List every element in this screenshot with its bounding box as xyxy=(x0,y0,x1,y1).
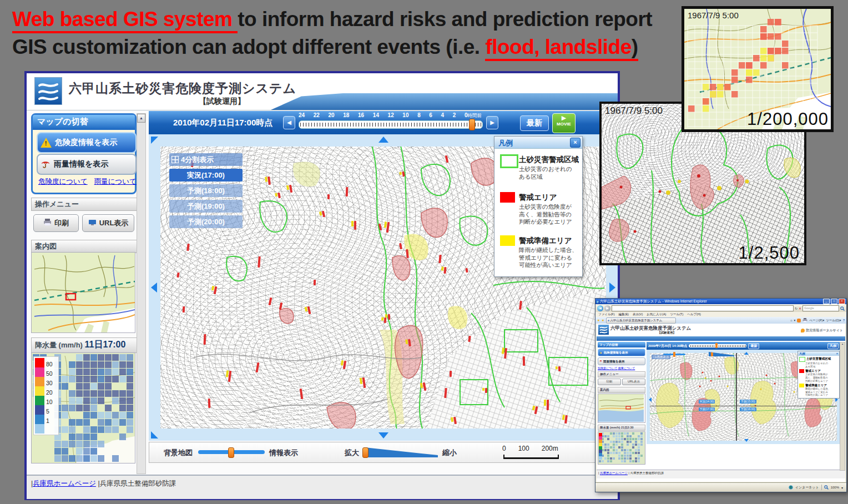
mini-pan-down-icon[interactable] xyxy=(744,439,748,442)
feeds-icon[interactable] xyxy=(797,319,801,322)
latest-button[interactable]: 最新 xyxy=(520,115,549,131)
hyogo-homepage-link[interactable]: 兵庫県ホームページ xyxy=(33,480,96,487)
stop-icon[interactable]: ✕ xyxy=(799,306,801,310)
menu-favorites[interactable]: お気に入り(A) xyxy=(647,313,666,316)
rain-cell xyxy=(90,361,97,368)
pan-up-icon[interactable] xyxy=(378,137,388,143)
time-layer-current[interactable]: 実況(17:00) xyxy=(169,169,243,182)
time-step-back-button[interactable]: ◀ xyxy=(283,116,295,129)
menu-tools[interactable]: ツール(T) xyxy=(670,313,683,316)
rain-cell xyxy=(613,449,615,451)
hazard-marker xyxy=(485,388,487,393)
mini-show-risk-button[interactable]: ▲危険度情報を表示 xyxy=(598,349,645,356)
about-rain-link[interactable]: 雨量について xyxy=(94,178,137,185)
help-icon[interactable]: ? xyxy=(843,319,845,322)
address-bar[interactable] xyxy=(612,305,794,311)
back-button[interactable]: ◀ xyxy=(597,305,603,311)
portal-site-link[interactable]: 防災情報ポータルサイト xyxy=(801,328,843,333)
pan-down-icon[interactable] xyxy=(378,432,388,439)
bg-opacity-handle[interactable] xyxy=(228,447,234,458)
time-layer-forecast-1[interactable]: 予測(18:00) xyxy=(169,184,243,197)
mini-single-view-button[interactable]: □1画面表示 xyxy=(652,355,670,359)
rain-cell xyxy=(62,405,68,411)
home-dropdown-icon[interactable]: ▾ xyxy=(794,319,796,322)
rain-cell xyxy=(638,435,640,437)
print-button[interactable]: 印刷 xyxy=(33,214,79,232)
show-rainfall-info-button[interactable]: 雨量情報を表示 xyxy=(37,154,137,175)
time-layer-forecast-2[interactable]: 予測(19:00) xyxy=(169,200,243,213)
rain-cell xyxy=(76,448,83,455)
mini-url-button[interactable]: URL表示 xyxy=(622,379,645,385)
pan-down-left-icon[interactable] xyxy=(151,431,158,439)
pan-left-icon[interactable] xyxy=(151,283,157,293)
mini-links[interactable]: 危険度について 雨量について xyxy=(598,366,645,370)
hazard-marker xyxy=(378,224,382,231)
mini-show-rain-button[interactable]: ☂雨量情報を表示 xyxy=(598,357,645,365)
mini-close-icon[interactable]: × xyxy=(836,351,838,356)
tools-command[interactable]: ツール(O)▾ xyxy=(826,319,841,322)
home-icon[interactable]: ⌂ xyxy=(790,319,792,322)
menu-help[interactable]: ヘルプ(H) xyxy=(687,313,701,316)
pan-right-icon[interactable] xyxy=(609,283,615,293)
mini-legend-button[interactable]: 凡例 xyxy=(827,343,839,349)
content-scrollbar[interactable]: ▲ xyxy=(137,113,146,474)
zoom-slider[interactable] xyxy=(365,447,438,457)
mini-bg-slider[interactable] xyxy=(663,354,685,355)
play-icon: ▶ xyxy=(553,114,575,122)
app-title: 六甲山系土砂災害危険度予測システム xyxy=(69,80,296,97)
favorites-star-icon[interactable]: ★ xyxy=(597,319,600,322)
rainfall-map[interactable]: 80 50 30 20 10 5 1 xyxy=(31,352,135,463)
rain-cell xyxy=(76,383,83,390)
minimize-button[interactable]: _ xyxy=(823,299,830,304)
rain-cell xyxy=(90,397,97,404)
browser-tab[interactable]: e 六甲山系土砂災害危険度予測システム xyxy=(606,317,676,324)
search-input[interactable]: Google xyxy=(802,305,839,311)
zoom-dropdown-icon[interactable]: ▾ xyxy=(841,486,843,490)
hazard-marker xyxy=(255,362,259,372)
print-icon[interactable] xyxy=(802,318,807,323)
pan-up-left-icon[interactable] xyxy=(151,137,158,144)
mini-pan-left-icon[interactable] xyxy=(649,397,652,402)
show-url-button[interactable]: URL表示 xyxy=(82,214,134,232)
movie-button[interactable]: ▶ MOVIE xyxy=(552,113,576,133)
mini-hyogo-link[interactable]: 兵庫県ホームページ xyxy=(600,471,628,475)
rain-cell xyxy=(613,432,615,435)
rain-cell xyxy=(69,405,75,411)
rain-cell xyxy=(62,412,68,419)
menu-file[interactable]: ファイル(F) xyxy=(598,313,615,316)
menu-edit[interactable]: 編集(E) xyxy=(619,313,629,316)
mini-pan-up-icon[interactable] xyxy=(744,352,748,355)
rain-cell xyxy=(632,432,634,435)
close-icon[interactable]: × xyxy=(570,138,581,148)
time-layer-forecast-3[interactable]: 予測(20:00) xyxy=(169,215,243,228)
rain-cell xyxy=(54,441,61,447)
title-highlight-1: Web based GIS system xyxy=(12,8,238,33)
mini-latest-button[interactable]: 最新 xyxy=(748,343,759,349)
guide-map[interactable] xyxy=(31,252,135,333)
menu-view[interactable]: 表示(V) xyxy=(633,313,643,316)
show-risk-info-button[interactable]: ! 危険度情報を表示 xyxy=(37,132,137,153)
page-command[interactable]: ページ(P)▾ xyxy=(809,319,824,322)
forward-button[interactable]: ▶ xyxy=(604,305,610,311)
scroll-up-button[interactable]: ▲ xyxy=(137,114,145,123)
time-step-forward-button[interactable]: ▶ xyxy=(486,116,498,129)
refresh-icon[interactable]: ↻ xyxy=(795,306,797,310)
about-risk-link[interactable]: 危険度について xyxy=(38,178,88,185)
split-view-button[interactable]: 4分割表示 xyxy=(169,153,243,166)
timeline-slider-handle[interactable] xyxy=(469,119,475,130)
split-line-horizontal xyxy=(650,406,837,407)
zoom-handle[interactable] xyxy=(362,447,369,458)
sidebar-links: 危険度について雨量について xyxy=(38,177,143,187)
maximize-button[interactable]: □ xyxy=(831,299,837,304)
rain-cell xyxy=(105,412,112,419)
legend-panel-header: 凡例 × xyxy=(494,137,582,149)
add-favorite-icon[interactable]: ★ xyxy=(602,319,604,322)
mini-page-scrollbar[interactable]: ▲ xyxy=(840,342,845,471)
title-highlight-2: flood, landslide xyxy=(485,36,631,61)
rainfall-time: 11日17:00 xyxy=(85,340,126,349)
hazard-marker xyxy=(176,273,180,278)
timeline-slider-track[interactable] xyxy=(299,120,483,129)
mini-print-button[interactable]: 印刷 xyxy=(598,379,621,385)
ie-title-bar[interactable]: e 六甲山系土砂災害危険度予測システム - Windows Internet E… xyxy=(595,299,846,304)
mini-timeline[interactable] xyxy=(689,344,746,347)
